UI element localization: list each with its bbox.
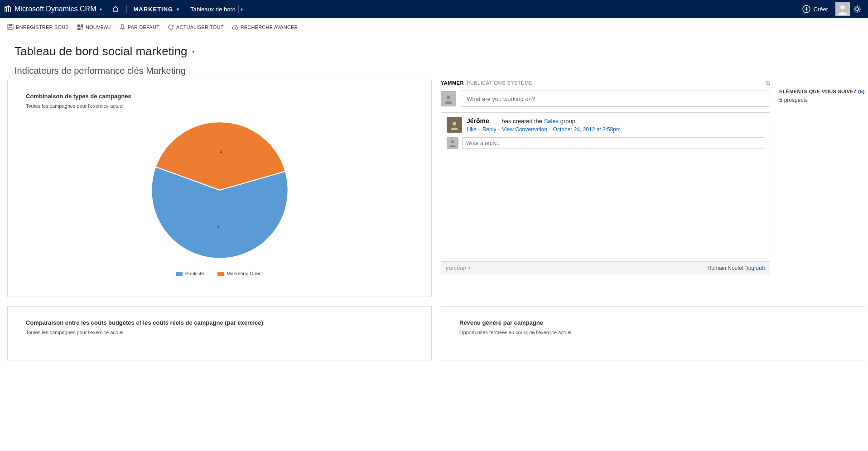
chevron-down-icon: ▾: [192, 48, 195, 55]
cmd-new[interactable]: NOUVEAU: [77, 24, 111, 30]
pie-chart: 23: [26, 118, 413, 263]
yammer-logout[interactable]: log out: [747, 265, 763, 271]
pin-icon: [119, 24, 125, 30]
cmd-refresh-all[interactable]: ACTUALISER TOUT: [168, 24, 224, 30]
popout-icon[interactable]: ⧉: [766, 80, 771, 86]
yammer-panel: YAMMER PUBLICATIONS SYSTÈME ⧉: [441, 80, 770, 297]
post-timestamp[interactable]: October 24, 2012 at 3:58pm: [553, 126, 621, 133]
reply-avatar: [447, 137, 458, 149]
divider: [126, 5, 127, 13]
panel-campaign-mix: Combinaison de types de campagnes Toutes…: [7, 80, 432, 297]
follow-panel: ÉLÉMENTS QUE VOUS SUIVEZ (5) 5prospects: [779, 80, 865, 297]
cmd-save-as[interactable]: ENREGISTRER SOUS: [7, 24, 69, 30]
svg-point-19: [235, 27, 238, 29]
panel-subtitle: Toutes les campagnes pour l'exercice act…: [26, 330, 413, 335]
chevron-down-icon: ▾: [100, 7, 102, 12]
cmd-label: ACTUALISER TOUT: [176, 24, 224, 30]
logo-icon: [4, 5, 12, 13]
post-view-conversation[interactable]: View Conversation: [502, 126, 547, 133]
svg-rect-14: [77, 24, 80, 27]
svg-line-8: [859, 11, 860, 12]
svg-rect-12: [9, 24, 12, 26]
scroll-area[interactable]: Tableau de bord social marketing ▾ Indic…: [0, 36, 868, 451]
save-icon: [7, 24, 14, 30]
page-title-text: Tableau de bord social marketing: [14, 44, 188, 58]
svg-point-23: [453, 122, 456, 125]
svg-point-22: [447, 96, 450, 99]
svg-point-1: [840, 5, 845, 10]
cmd-default[interactable]: PAR DÉFAUT: [119, 24, 159, 30]
legend-item: Publicité: [176, 271, 204, 276]
yammer-logo: yammer: [446, 265, 467, 271]
yammer-post: Jérôme has created the Sales group. Like…: [441, 113, 770, 137]
create-label: Créer: [813, 6, 828, 13]
user-avatar: [441, 91, 456, 106]
gear-icon: [853, 5, 861, 13]
follow-item-prospects[interactable]: 5prospects: [779, 97, 865, 103]
panel-subtitle: Toutes les campagnes pour l'exercice act…: [26, 103, 413, 109]
module-dropdown[interactable]: MARKETING ▾: [133, 6, 183, 13]
cmd-advanced-find[interactable]: RECHERCHE AVANCÉE: [232, 24, 298, 30]
svg-line-10: [859, 7, 860, 8]
reply-input[interactable]: [462, 137, 764, 149]
post-author[interactable]: Jérôme: [467, 117, 489, 125]
panel-title: Comparaison entre les coûts budgétés et …: [26, 319, 413, 326]
post-reply[interactable]: Reply: [482, 126, 497, 133]
post-like[interactable]: Like: [467, 126, 477, 133]
compose-input[interactable]: [461, 91, 770, 107]
sub-label: Tableaux de bord: [190, 6, 236, 13]
plus-circle-icon: [802, 5, 810, 13]
binoculars-icon: [232, 24, 238, 30]
home-icon[interactable]: [112, 5, 119, 13]
divider: [238, 5, 239, 13]
cmd-label: NOUVEAU: [86, 24, 111, 30]
panel-cost-comparison: Comparaison entre les coûts budgétés et …: [7, 306, 432, 360]
command-bar: ENREGISTRER SOUS NOUVEAU PAR DÉFAUT ACTU…: [0, 18, 868, 36]
create-button[interactable]: Créer: [802, 5, 828, 13]
panel-title: Revenu généré par campagne: [459, 319, 847, 326]
tab-system-posts[interactable]: PUBLICATIONS SYSTÈME: [467, 80, 533, 86]
cmd-label: PAR DÉFAUT: [128, 24, 159, 30]
chart-legend: PublicitéMarketing Direct: [26, 271, 413, 276]
svg-point-24: [451, 140, 454, 143]
cmd-label: ENREGISTRER SOUS: [16, 24, 69, 30]
svg-line-7: [855, 7, 856, 8]
page-subtitle: Indicateurs de performance clés Marketin…: [14, 66, 858, 76]
svg-rect-16: [77, 28, 80, 30]
panel-revenue-by-campaign: Revenu généré par campagne Opportunités …: [441, 306, 865, 360]
svg-rect-13: [9, 28, 12, 29]
post-text: has created the: [502, 118, 544, 125]
svg-text:2: 2: [220, 149, 222, 154]
post-avatar: [447, 117, 462, 133]
panel-subtitle: Opportunités fermées au cours de l'exerc…: [459, 330, 847, 335]
module-label: MARKETING: [133, 6, 173, 13]
post-link-group[interactable]: Sales: [544, 118, 559, 125]
new-icon: [77, 24, 83, 30]
svg-text:3: 3: [217, 224, 219, 229]
svg-rect-17: [81, 28, 83, 30]
svg-line-9: [855, 11, 856, 12]
follow-title: ÉLÉMENTS QUE VOUS SUIVEZ (5): [779, 89, 865, 94]
settings-button[interactable]: [850, 0, 864, 18]
svg-point-2: [856, 8, 858, 10]
legend-item: Marketing Direct: [217, 271, 263, 276]
user-avatar[interactable]: [835, 2, 850, 16]
svg-point-18: [232, 27, 235, 29]
tab-yammer[interactable]: YAMMER: [441, 80, 464, 86]
sub-dropdown[interactable]: Tableaux de bord: [190, 6, 236, 13]
top-nav: Microsoft Dynamics CRM ▾ MARKETING ▾ Tab…: [0, 0, 868, 18]
yammer-logo-mark: ✦: [468, 266, 471, 270]
svg-rect-15: [81, 24, 83, 27]
panel-title: Combinaison de types de campagnes: [26, 93, 413, 100]
page-title-dropdown[interactable]: Tableau de bord social marketing ▾: [14, 44, 858, 58]
refresh-icon: [168, 24, 174, 30]
post-text: group.: [559, 118, 577, 125]
chevron-down-icon[interactable]: ▾: [241, 7, 243, 12]
brand-label[interactable]: Microsoft Dynamics CRM ▾: [14, 5, 106, 13]
cmd-label: RECHERCHE AVANCÉE: [241, 24, 298, 30]
brand-text: Microsoft Dynamics CRM: [14, 5, 96, 13]
yammer-footer-user: Romain Noulet: [708, 265, 743, 271]
chevron-down-icon: ▾: [177, 7, 179, 12]
